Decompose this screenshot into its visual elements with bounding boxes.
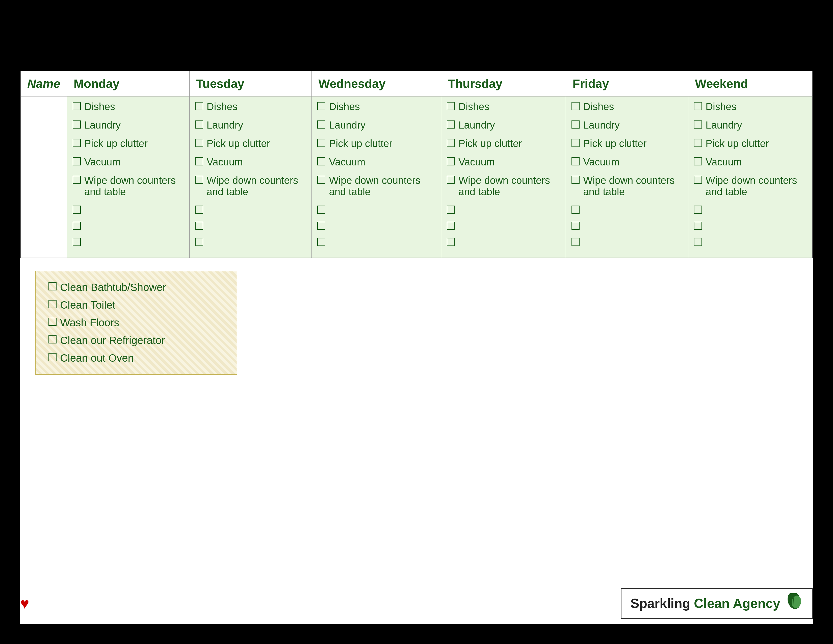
- checkbox[interactable]: [447, 157, 455, 166]
- weekend-tasks: Dishes Laundry Pick up clutter Vacu: [688, 97, 812, 258]
- task-label: Wipe down counters and table: [84, 175, 184, 198]
- empty-task-3: [694, 237, 807, 246]
- checkbox[interactable]: [73, 102, 81, 110]
- checkbox[interactable]: [317, 176, 325, 184]
- checkbox[interactable]: [694, 157, 702, 166]
- checkbox[interactable]: [195, 157, 203, 166]
- checkbox[interactable]: [48, 282, 56, 290]
- task-label: Dishes: [84, 101, 115, 113]
- col-header-name: Name: [21, 71, 67, 97]
- checkbox[interactable]: [571, 139, 580, 147]
- checkbox[interactable]: [571, 222, 580, 230]
- checkbox[interactable]: [694, 238, 702, 246]
- task-label: Vacuum: [84, 156, 121, 168]
- checkbox[interactable]: [317, 157, 325, 166]
- task-item: Laundry: [73, 119, 184, 131]
- task-label: Vacuum: [583, 156, 619, 168]
- checkbox[interactable]: [447, 121, 455, 129]
- checkbox[interactable]: [73, 238, 81, 246]
- empty-task-2: [447, 221, 560, 230]
- checkbox[interactable]: [571, 121, 580, 129]
- checkbox[interactable]: [48, 300, 56, 308]
- checkbox[interactable]: [195, 206, 203, 214]
- task-item: Pick up clutter: [571, 138, 683, 149]
- empty-task-2: [317, 221, 436, 230]
- checkbox[interactable]: [317, 238, 325, 246]
- task-item: Laundry: [694, 119, 807, 131]
- task-label: Wipe down counters and table: [706, 175, 807, 198]
- checkbox[interactable]: [48, 335, 56, 343]
- checkbox[interactable]: [195, 139, 203, 147]
- task-label: Vacuum: [458, 156, 495, 168]
- task-item: Vacuum: [694, 156, 807, 168]
- task-item: Pick up clutter: [195, 138, 306, 149]
- task-item: Vacuum: [195, 156, 306, 168]
- task-item: Dishes: [447, 101, 560, 113]
- checkbox[interactable]: [694, 139, 702, 147]
- task-item: Vacuum: [571, 156, 683, 168]
- task-label: Pick up clutter: [84, 138, 148, 149]
- checkbox[interactable]: [73, 222, 81, 230]
- task-label: Laundry: [207, 119, 243, 131]
- checkbox[interactable]: [694, 222, 702, 230]
- task-label: Dishes: [329, 101, 360, 113]
- checkbox[interactable]: [447, 238, 455, 246]
- checkbox[interactable]: [73, 206, 81, 214]
- checkbox[interactable]: [195, 176, 203, 184]
- checkbox[interactable]: [317, 121, 325, 129]
- name-cell: [21, 97, 67, 258]
- checkbox[interactable]: [195, 121, 203, 129]
- task-label: Dishes: [207, 101, 238, 113]
- checkbox[interactable]: [73, 121, 81, 129]
- empty-task-1: [317, 204, 436, 214]
- checkbox[interactable]: [571, 176, 580, 184]
- checkbox[interactable]: [571, 206, 580, 214]
- task-label: Dishes: [706, 101, 737, 113]
- task-item: Vacuum: [73, 156, 184, 168]
- checkbox[interactable]: [73, 176, 81, 184]
- checkbox[interactable]: [694, 176, 702, 184]
- task-item: Laundry: [195, 119, 306, 131]
- task-item: Laundry: [317, 119, 436, 131]
- task-item: Pick up clutter: [694, 138, 807, 149]
- heart-icon: ♥: [20, 595, 29, 612]
- checkbox[interactable]: [447, 102, 455, 110]
- checkbox[interactable]: [571, 102, 580, 110]
- col-header-weekend: Weekend: [688, 71, 812, 97]
- checkbox[interactable]: [195, 238, 203, 246]
- notes-item-5: Clean out Oven: [48, 352, 224, 364]
- wednesday-tasks: Dishes Laundry Pick up clutter Vacu: [312, 97, 441, 258]
- checkbox[interactable]: [694, 102, 702, 110]
- checkbox[interactable]: [48, 353, 56, 361]
- notes-item-3: Wash Floors: [48, 317, 224, 329]
- task-item: Dishes: [195, 101, 306, 113]
- checkbox[interactable]: [317, 206, 325, 214]
- task-item: Wipe down counters and table: [195, 175, 306, 198]
- task-item: Wipe down counters and table: [317, 175, 436, 198]
- checkbox[interactable]: [317, 139, 325, 147]
- footer: ♥ Sparkling Clean Agency: [0, 588, 833, 619]
- task-item: Dishes: [571, 101, 683, 113]
- notes-label: Clean our Refrigerator: [60, 334, 165, 346]
- checkbox[interactable]: [571, 238, 580, 246]
- checkbox[interactable]: [447, 176, 455, 184]
- notes-label: Clean Toilet: [60, 299, 115, 311]
- checkbox[interactable]: [48, 318, 56, 326]
- checkbox[interactable]: [317, 222, 325, 230]
- col-header-wednesday: Wednesday: [312, 71, 441, 97]
- checkbox[interactable]: [73, 139, 81, 147]
- checkbox[interactable]: [73, 157, 81, 166]
- checkbox[interactable]: [694, 121, 702, 129]
- checkbox[interactable]: [571, 157, 580, 166]
- checkbox[interactable]: [447, 206, 455, 214]
- checkbox[interactable]: [447, 139, 455, 147]
- leaf-icon: [785, 593, 803, 613]
- checkbox[interactable]: [447, 222, 455, 230]
- col-header-monday: Monday: [67, 71, 189, 97]
- checkbox[interactable]: [317, 102, 325, 110]
- checkbox[interactable]: [195, 102, 203, 110]
- checkbox[interactable]: [694, 206, 702, 214]
- task-label: Pick up clutter: [207, 138, 270, 149]
- checkbox[interactable]: [195, 222, 203, 230]
- empty-task-3: [447, 237, 560, 246]
